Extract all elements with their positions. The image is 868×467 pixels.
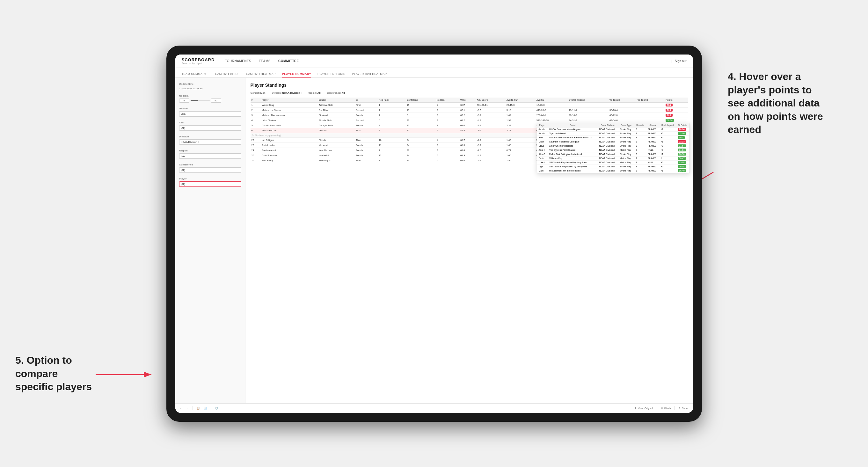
- points-badge[interactable]: 76.2: [665, 109, 673, 112]
- popup-th-rank: Rank Impact: [659, 123, 676, 127]
- td-overall: 24-31-3: [568, 118, 609, 123]
- popup-td-points[interactable]: 46.7: [676, 135, 689, 139]
- popup-td-event: SEC Match Play hosted by Jerry Pate: [548, 160, 597, 164]
- td-points[interactable]: 76.2: [664, 107, 688, 113]
- table-row: 4 Luke Clanton Florida State Second 5 27…: [251, 118, 688, 123]
- td-rank: 26: [251, 158, 261, 163]
- view-original-btn[interactable]: 👁 View: Original: [634, 407, 652, 410]
- popup-td-division: NCAA Division I: [597, 144, 618, 148]
- popup-td-points[interactable]: 25.98: [676, 160, 689, 164]
- nav-tournaments[interactable]: TOURNAMENTS: [225, 58, 251, 64]
- toolbar-forward-btn[interactable]: →: [186, 407, 189, 410]
- td-yr: Fourth: [355, 143, 378, 148]
- no-rds-min[interactable]: 4: [179, 98, 189, 103]
- popup-td-points[interactable]: 56.18: [676, 164, 689, 168]
- popup-td-rank: +1: [659, 127, 676, 131]
- td-no-rds: 0: [436, 107, 459, 113]
- td-player: Bastien Amat: [261, 148, 317, 153]
- nav-teams[interactable]: TEAMS: [259, 58, 271, 64]
- td-adj-score: -2.8: [476, 113, 505, 118]
- td-avg-to-par: 2.72: [505, 128, 535, 133]
- sub-nav-player-summary[interactable]: PLAYER SUMMARY: [282, 72, 311, 78]
- popup-th-division: Event Division: [597, 123, 618, 127]
- popup-td-type: Stroke Play: [618, 135, 634, 139]
- bottom-toolbar: ← → 📋 📄 🕐 👁 View: Original 👁 Watch ⇪ Sha…: [175, 403, 693, 413]
- sub-nav-team-summary[interactable]: TEAM SUMMARY: [182, 72, 207, 78]
- td-wins: 68.5: [459, 143, 476, 148]
- toolbar-paste-btn[interactable]: 📄: [204, 407, 207, 410]
- sub-nav-team-h2h-grid[interactable]: TEAM H2H GRID: [213, 72, 238, 78]
- popup-td-event: Williams Cup: [548, 156, 597, 160]
- popup-td-points[interactable]: 73.33: [676, 139, 689, 144]
- sub-nav-player-h2h-heatmap[interactable]: PLAYER H2H HEATMAP: [352, 72, 387, 78]
- region-label: Region: [179, 149, 241, 152]
- filter-conference: Conference: All: [327, 92, 345, 94]
- points-badge[interactable]: 68.34: [665, 119, 674, 122]
- td-reg-rank: 7: [378, 158, 406, 163]
- td-conf-rank: 18: [406, 107, 436, 113]
- th-rank: #: [251, 97, 261, 103]
- td-avg-to-par: 29-15-0: [505, 102, 535, 107]
- annotation-right-text: 4. Hover over a player's points to see a…: [728, 71, 823, 135]
- td-player: Christo Lamprecht: [261, 123, 317, 128]
- nav-committee[interactable]: COMMITTEE: [278, 58, 299, 64]
- division-select[interactable]: NCAA Division I: [179, 139, 241, 145]
- td-adj-score: -3.7: [476, 148, 505, 153]
- conference-select[interactable]: (All): [179, 167, 241, 173]
- year-select[interactable]: (All): [179, 125, 241, 131]
- th-conf-rank: Conf Rank: [406, 97, 436, 103]
- share-btn[interactable]: ⇪ Share: [679, 407, 688, 410]
- filter-conference-value: All: [342, 92, 345, 94]
- popup-td-points[interactable]: 16.50: [676, 152, 689, 156]
- sign-out-link[interactable]: Sign out: [675, 59, 687, 63]
- no-rds-max[interactable]: 52: [211, 98, 221, 103]
- popup-td-rounds: 3: [634, 144, 646, 148]
- th-points: Points: [664, 97, 688, 103]
- popup-td-points[interactable]: 66.40: [676, 168, 689, 173]
- popup-td-points[interactable]: 53.60: [676, 131, 689, 135]
- player-select[interactable]: (All): [179, 181, 241, 187]
- popup-td-points[interactable]: 20.64: [676, 127, 689, 131]
- watch-btn[interactable]: 👁 Watch: [661, 407, 671, 410]
- popup-td-points[interactable]: 30.47: [676, 156, 689, 160]
- td-points[interactable]: 68.34: [664, 118, 688, 123]
- toolbar-sep-3: [657, 406, 657, 410]
- range-slider[interactable]: [191, 100, 210, 101]
- popup-td-status: PLAYED: [646, 135, 659, 139]
- popup-td-points[interactable]: 24.11: [676, 148, 689, 152]
- popup-td-points[interactable]: 37.57: [676, 144, 689, 148]
- popup-td-event: Wake Forest Invitational at Pinehurst No…: [548, 135, 597, 139]
- td-adj-score: -2.6: [476, 123, 505, 128]
- popup-td-player: Jacob: [537, 131, 548, 135]
- td-avg-to-par: 1.56: [505, 158, 535, 163]
- watch-label: Watch: [664, 407, 671, 410]
- td-conf-rank: 24: [406, 143, 436, 148]
- toolbar-back-btn[interactable]: ←: [180, 407, 182, 410]
- td-player: Ian Gilligan: [261, 137, 317, 143]
- td-player: Michael Thorbjornsen: [261, 113, 317, 118]
- points-badge[interactable]: 88.2: [665, 103, 673, 106]
- td-points[interactable]: 88.2: [664, 102, 688, 107]
- region-select[interactable]: N/A: [179, 153, 241, 159]
- td-adj-score: 381-01-11: [476, 102, 505, 107]
- popup-row: Jake I The Cypress Point Classic NCAA Di…: [537, 148, 689, 152]
- td-yr: Fourth: [355, 123, 378, 128]
- points-badge[interactable]: 70.2: [665, 114, 673, 117]
- td-vs25: [609, 102, 637, 107]
- td-adj-score: -1.2: [476, 153, 505, 158]
- sub-nav-team-h2h-heatmap[interactable]: TEAM H2H HEATMAP: [244, 72, 276, 78]
- toolbar-copy-btn[interactable]: 📋: [197, 407, 200, 410]
- td-points[interactable]: 70.2: [664, 113, 688, 118]
- td-wins: 67.2: [459, 113, 476, 118]
- td-avg-sg: 547-142-38: [535, 118, 568, 123]
- gender-select[interactable]: Men: [179, 111, 241, 117]
- th-avg-sg: Avg SG: [535, 97, 568, 103]
- sidebar-conference-section: Conference (All): [179, 163, 241, 173]
- td-conf-rank: 21: [406, 123, 436, 128]
- popup-td-rank: +1: [659, 152, 676, 156]
- popup-td-type: Match Play: [618, 156, 634, 160]
- popup-td-player: Mitch: [537, 139, 548, 144]
- sub-nav-player-h2h-grid[interactable]: PLAYER H2H GRID: [317, 72, 345, 78]
- toolbar-clock-btn[interactable]: 🕐: [215, 407, 218, 410]
- popup-td-rounds: 3: [634, 139, 646, 144]
